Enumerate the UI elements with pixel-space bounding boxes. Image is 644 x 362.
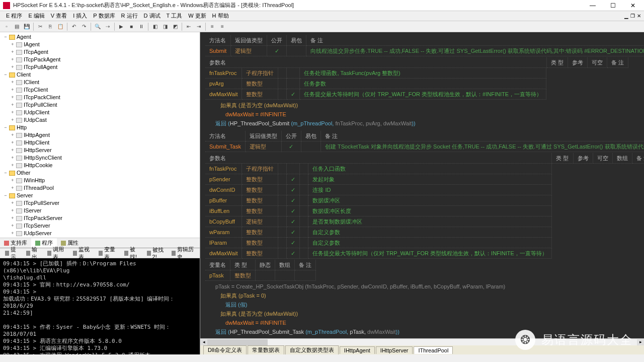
expand-icon[interactable]: − (3, 71, 8, 78)
expand-icon[interactable]: + (10, 79, 15, 86)
tree-item[interactable]: −Other (1, 169, 199, 177)
expand-icon[interactable]: + (10, 223, 15, 229)
tree-item[interactable]: +ITcpAgent (1, 48, 199, 56)
expand-icon[interactable]: + (10, 207, 15, 214)
output-console[interactable]: 09:43:15 > [已加载] 插件：D:\Program Files (x8… (0, 258, 200, 354)
tool-stop-icon[interactable]: ■ (127, 22, 136, 31)
expand-icon[interactable]: + (10, 230, 15, 237)
tool-b-icon[interactable]: ◨ (160, 22, 170, 31)
tree-item[interactable]: +IUdpClient (1, 109, 199, 116)
tool-c-icon[interactable]: ◩ (171, 22, 180, 31)
expand-icon[interactable]: + (10, 139, 15, 146)
expand-icon[interactable]: + (10, 162, 15, 169)
tree-item[interactable]: +IWinHttp (1, 177, 199, 184)
tool-open-icon[interactable]: ▤ (12, 22, 21, 31)
expand-icon[interactable]: + (10, 155, 15, 161)
tool-findnext-icon[interactable]: ⇢ (103, 22, 112, 31)
tool-g-icon[interactable]: ≡ (218, 22, 227, 31)
tool-pause-icon[interactable]: ⏸ (137, 22, 146, 31)
tool-d-icon[interactable]: ⇤ (184, 22, 193, 31)
tool-a-icon[interactable]: ◧ (150, 22, 159, 31)
tree-item[interactable]: +ITcpClient (1, 86, 199, 94)
menu-item[interactable]: I 插入 (70, 11, 90, 21)
tree-item[interactable]: +IUdpServer (1, 230, 199, 237)
project-tree[interactable]: −Agent+IAgent+ITcpAgent+ITcpPackAgent+IT… (0, 32, 200, 238)
tool-new-icon[interactable]: ▫ (2, 22, 11, 31)
expand-icon[interactable]: + (10, 56, 15, 63)
tool-save-icon[interactable]: 💾 (22, 22, 31, 31)
code-editor[interactable]: 方法名返回值类型公开易包备 注 Submit逻辑型✓向线程池提交异步任务.TRU… (200, 32, 644, 338)
tree-item[interactable]: +ITcpPackClient (1, 94, 199, 101)
expand-icon[interactable]: + (10, 132, 15, 138)
tree-item[interactable]: +ITcpPullServer (1, 199, 199, 207)
expand-icon[interactable]: + (10, 49, 15, 55)
scroll-thumb[interactable] (207, 339, 268, 345)
tree-item[interactable]: +ITcpServer (1, 222, 199, 230)
tree-item[interactable]: −Server (1, 192, 199, 199)
tree-item[interactable]: +IAgent (1, 41, 199, 48)
tool-f-icon[interactable]: ≡ (208, 22, 217, 31)
expand-icon[interactable]: + (10, 147, 15, 154)
expand-icon[interactable]: + (10, 94, 15, 101)
menu-item[interactable]: D 调试 (141, 11, 164, 21)
tree-item[interactable]: +IThreadPool (1, 184, 199, 192)
mdi-minimize-icon[interactable]: ▁ (624, 13, 628, 19)
tree-item[interactable]: +IUdpCast (1, 116, 199, 124)
expand-icon[interactable]: + (10, 200, 15, 206)
tool-paste-icon[interactable]: 📋 (56, 22, 65, 31)
menu-item[interactable]: T 工具 (164, 11, 186, 21)
menu-item[interactable]: E 程序 (3, 11, 25, 21)
expand-icon[interactable]: + (10, 177, 15, 184)
expand-icon[interactable]: + (10, 215, 15, 222)
minimize-button[interactable]: — (585, 1, 601, 10)
menu-item[interactable]: R 运行 (118, 11, 141, 21)
scroll-left-icon[interactable]: ◂ (200, 339, 207, 345)
tree-item[interactable]: +ITcpPackServer (1, 214, 199, 222)
expand-icon[interactable]: + (10, 185, 15, 191)
maximize-button[interactable]: ☐ (605, 1, 621, 10)
tool-undo-icon[interactable]: ↶ (69, 22, 78, 31)
tree-item[interactable]: −Client (1, 71, 199, 79)
expand-icon[interactable]: + (10, 117, 15, 123)
tree-item[interactable]: +IHttpClient (1, 139, 199, 147)
tool-copy-icon[interactable]: ⎘ (46, 22, 55, 31)
menu-item[interactable]: E 编辑 (25, 11, 47, 21)
tree-item[interactable]: +IClient (1, 79, 199, 86)
editor-tab[interactable]: IHttpAgent (340, 346, 375, 354)
editor-tab[interactable]: 常量数据表 (248, 345, 284, 354)
menu-item[interactable]: H 帮助 (209, 11, 232, 21)
expand-icon[interactable]: + (10, 102, 15, 108)
tree-item[interactable]: +IHttpSyncClient (1, 154, 199, 162)
expand-icon[interactable]: + (10, 87, 15, 93)
editor-tab[interactable]: IHttpServer (376, 346, 413, 354)
tree-item[interactable]: +ITcpPackAgent (1, 56, 199, 63)
editor-tab[interactable]: 自定义数据类型表 (285, 345, 339, 354)
hscrollbar[interactable]: ◂ ▸ (200, 338, 644, 345)
tool-e-icon[interactable]: ⇥ (194, 22, 203, 31)
expand-icon[interactable]: − (3, 170, 8, 176)
editor-tab[interactable]: IThreadPool (414, 346, 453, 354)
tree-item[interactable]: +IHttpAgent (1, 131, 199, 139)
tree-item[interactable]: +ITcpPullAgent (1, 63, 199, 71)
menu-item[interactable]: V 查看 (48, 11, 70, 21)
tool-run-icon[interactable]: ▶ (117, 22, 126, 31)
tool-redo-icon[interactable]: ↷ (79, 22, 89, 31)
tree-item[interactable]: +ITcpPullClient (1, 101, 199, 109)
tree-item[interactable]: −Agent (1, 33, 199, 41)
expand-icon[interactable]: − (3, 192, 8, 199)
expand-icon[interactable]: + (10, 64, 15, 70)
mdi-close-icon[interactable]: ✕ (637, 13, 641, 19)
editor-tab[interactable]: Dll命令定义表 (203, 345, 247, 354)
tree-item[interactable]: +IHttpCookie (1, 162, 199, 169)
menu-item[interactable]: W 更新 (185, 11, 209, 21)
expand-icon[interactable]: − (3, 124, 8, 131)
expand-icon[interactable]: + (10, 109, 15, 116)
scroll-right-icon[interactable]: ▸ (637, 339, 644, 345)
tree-item[interactable]: +IHttpServer (1, 147, 199, 154)
tool-cut-icon[interactable]: ✂ (36, 22, 45, 31)
tool-find-icon[interactable]: 🔍 (93, 22, 102, 31)
tree-item[interactable]: −Http (1, 124, 199, 131)
menu-item[interactable]: P 数据库 (90, 11, 118, 21)
mdi-restore-icon[interactable]: ❐ (630, 13, 635, 19)
tree-item[interactable]: +IServer (1, 207, 199, 214)
